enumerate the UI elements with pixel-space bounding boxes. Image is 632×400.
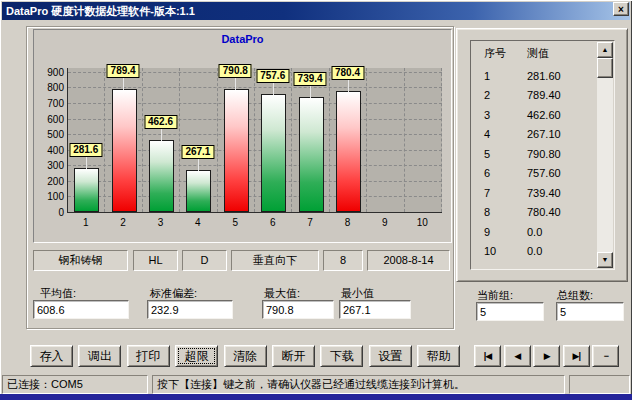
status-message-text: 按下【连接】键之前，请确认仪器已经通过线缆连接到计算机。 [157,378,465,390]
y-axis-tick-label: 300 [36,160,64,171]
list-item[interactable]: 3462.60 [471,105,614,125]
list-item-index: 3 [471,109,522,121]
close-button[interactable]: × [613,2,629,16]
title-bar[interactable]: DataPro 硬度计数据处理软件-版本:1.1 [2,2,630,20]
list-item[interactable]: 100.0 [471,242,614,262]
chart-title: DataPro [34,33,451,45]
up-arrow-icon: ▲ [602,46,609,53]
y-axis-tick-label: 400 [36,145,64,156]
total-groups-input[interactable] [556,302,624,321]
help-button[interactable]: 帮助 [417,345,460,367]
connection-status-text: 已连接：COM5 [7,378,83,390]
bar-category-3 [149,140,174,212]
down-arrow-icon: ▼ [602,256,609,263]
print-button[interactable]: 打印 [127,345,170,367]
scroll-up-button[interactable]: ▲ [597,42,613,58]
bar-category-2 [112,89,137,212]
list-item[interactable]: 5790.80 [471,144,614,164]
bar-category-5 [224,89,249,212]
sample-count-field: 8 [323,250,363,271]
hardness-scale-field: HL [133,250,178,271]
minimum-label: 最小值 [341,286,374,301]
v-gridline [291,68,292,212]
nav-previous-button[interactable]: ◀ [504,345,531,367]
label-connector [123,77,124,90]
x-axis-tick-label: 5 [217,217,254,228]
label-connector [86,156,87,169]
list-item-value: 281.60 [522,70,561,82]
x-axis-tick-label: 8 [329,217,366,228]
list-item[interactable]: 2789.40 [471,86,614,106]
nav-first-button[interactable]: |◀ [474,345,501,367]
list-item-index: 4 [471,128,522,140]
bar-category-4 [186,170,211,212]
bar-value-label: 790.8 [219,64,252,78]
settings-button[interactable]: 设置 [369,345,412,367]
list-item-index: 9 [471,226,522,238]
bar-category-6 [261,94,286,212]
scroll-down-button[interactable]: ▼ [597,252,613,268]
list-item[interactable]: 90.0 [471,222,614,242]
date-field: 2008-8-14 [367,250,450,271]
label-connector [310,85,311,98]
clear-button[interactable]: 清除 [224,345,267,367]
x-axis-tick-label: 3 [142,217,179,228]
list-item[interactable]: 8780.40 [471,203,614,223]
list-header-value: 测值 [522,46,549,61]
label-connector [161,128,162,141]
v-gridline [441,68,442,212]
list-item-value: 739.40 [522,187,561,199]
minimum-input[interactable] [339,300,411,319]
list-header: 序号测值 [471,41,614,66]
maximum-input[interactable] [262,300,334,319]
list-item[interactable]: 7739.40 [471,183,614,203]
y-axis-tick-label: 800 [36,82,64,93]
list-item-value: 790.80 [522,148,561,160]
y-axis-tick-label: 900 [36,67,64,78]
status-message: 按下【连接】键之前，请确认仪器已经通过线缆连接到计算机。 [152,375,565,394]
list-item-index: 7 [471,187,522,199]
material-field: 钢和铸钢 [33,250,128,271]
v-gridline [142,68,143,212]
y-axis-tick-label: 100 [36,191,64,202]
label-connector [348,79,349,92]
label-connector [273,82,274,95]
x-axis-tick-label: 7 [291,217,328,228]
x-axis-tick-label: 2 [104,217,141,228]
v-gridline [179,68,180,212]
list-item[interactable]: 6757.60 [471,164,614,184]
scrollbar-thumb[interactable] [597,58,613,78]
std-deviation-input[interactable] [147,300,233,319]
measurements-panel: 序号测值1281.602789.403462.604267.105790.806… [456,28,628,282]
recall-button[interactable]: 调出 [78,345,121,367]
nav-delete-button[interactable]: − [592,345,619,367]
bar-value-label: 462.6 [144,115,177,129]
list-item-value: 0.0 [522,226,542,238]
v-gridline [217,68,218,212]
current-group-input[interactable] [476,302,544,321]
bar-value-label: 780.4 [331,66,364,80]
list-item[interactable]: 4267.10 [471,125,614,145]
scrollbar-track[interactable]: ▲ ▼ [597,42,613,268]
v-gridline [404,68,405,212]
list-item-index: 2 [471,89,522,101]
list-item[interactable]: 1281.60 [471,66,614,86]
average-input[interactable] [33,300,129,319]
save-button[interactable]: 存入 [30,345,73,367]
list-item-value: 0.0 [522,245,542,257]
close-icon: × [618,4,624,15]
list-item-index: 8 [471,206,522,218]
bar-value-label: 789.4 [107,64,140,78]
list-item-value: 462.60 [522,109,561,121]
x-axis-tick-label: 9 [366,217,403,228]
list-item-index: 1 [471,70,522,82]
x-axis-tick-label: 6 [254,217,291,228]
list-item-value: 780.40 [522,206,561,218]
disconnect-button[interactable]: 断开 [272,345,315,367]
nav-last-button[interactable]: ▶| [563,345,590,367]
measurements-listbox[interactable]: 序号测值1281.602789.403462.604267.105790.806… [470,40,615,270]
v-gridline [329,68,330,212]
download-button[interactable]: 下载 [320,345,363,367]
nav-next-button[interactable]: ▶ [533,345,560,367]
over-limit-button[interactable]: 超限 [175,345,218,367]
